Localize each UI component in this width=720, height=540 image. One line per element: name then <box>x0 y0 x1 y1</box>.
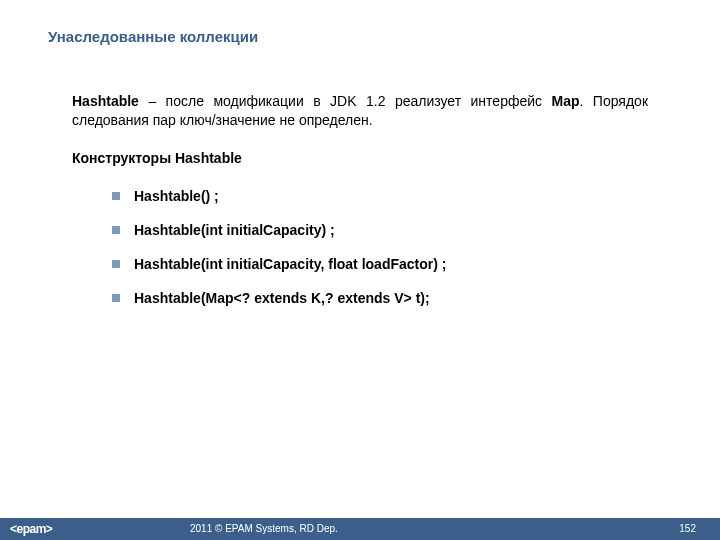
constructor-list: Hashtable() ; Hashtable(int initialCapac… <box>112 188 648 306</box>
list-item: Hashtable(int initialCapacity) ; <box>112 222 648 238</box>
constructors-heading: Конструкторы Hashtable <box>72 150 648 166</box>
slide-content: Hashtable – после модификации в JDK 1.2 … <box>72 92 648 324</box>
term-hashtable: Hashtable <box>72 93 139 109</box>
epam-logo: <epam> <box>10 518 52 540</box>
slide-title: Унаследованные коллекции <box>48 28 258 45</box>
term-map: Map <box>552 93 580 109</box>
copyright-text: 2011 © EPAM Systems, RD Dep. <box>190 518 338 540</box>
intro-paragraph: Hashtable – после модификации в JDK 1.2 … <box>72 92 648 130</box>
page-number: 152 <box>679 518 696 540</box>
footer-bar: <epam> 2011 © EPAM Systems, RD Dep. 152 <box>0 518 720 540</box>
para-text-1: – после модификации в JDK 1.2 реализует … <box>139 93 552 109</box>
list-item: Hashtable(int initialCapacity, float loa… <box>112 256 648 272</box>
list-item: Hashtable() ; <box>112 188 648 204</box>
list-item: Hashtable(Map<? extends K,? extends V> t… <box>112 290 648 306</box>
